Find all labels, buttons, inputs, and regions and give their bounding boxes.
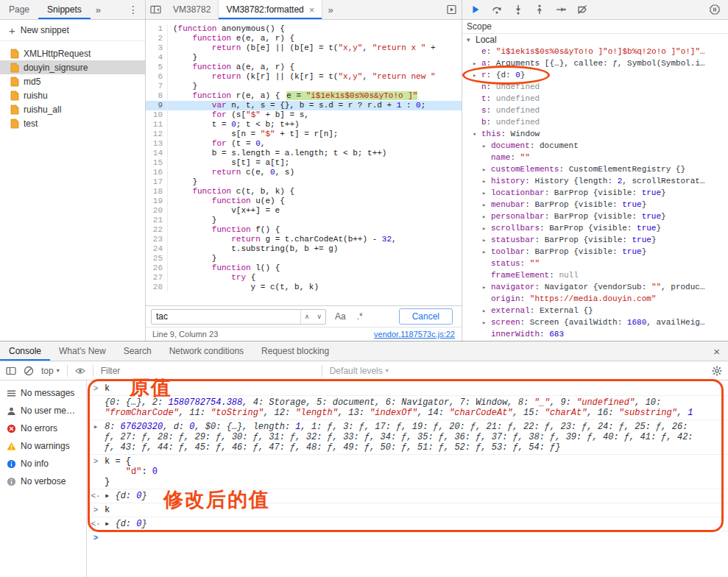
line-number[interactable]: 13 — [146, 139, 168, 149]
code-line-content[interactable]: function c(t, b, k) { — [168, 187, 294, 197]
tab-overflow-icon[interactable]: » — [91, 4, 106, 15]
code-line-content[interactable]: } — [168, 177, 197, 187]
scope-section-header[interactable]: Scope — [462, 20, 728, 34]
console-filter-messages[interactable]: No messages — [0, 384, 86, 402]
code-line[interactable]: 1(function anonymous() { — [146, 24, 462, 34]
step-out-button[interactable] — [534, 4, 545, 15]
code-line[interactable]: 16 return c(e, 0, s) — [146, 168, 462, 177]
line-number[interactable]: 20 — [146, 206, 168, 216]
scope-entry-this[interactable]: ▾this: Window — [462, 128, 728, 140]
regex-toggle[interactable]: .* — [355, 311, 365, 322]
code-line-content[interactable]: return (k[r] || (k[r] = t("x,y", "return… — [168, 72, 440, 82]
code-line-content[interactable]: b = s.length = a.length; t < b; t++) — [168, 149, 386, 158]
snippet-item-ruishu[interactable]: ruishu — [0, 88, 145, 102]
code-line-content[interactable]: for (s["$" + b] = s, — [168, 110, 309, 120]
step-over-button[interactable] — [492, 4, 502, 15]
console-filter-input[interactable] — [101, 366, 314, 376]
chevron-right-icon[interactable]: ▸ — [482, 319, 491, 327]
code-line[interactable]: 14 b = s.length = a.length; t < b; t++) — [146, 149, 462, 158]
code-line[interactable]: 17 } — [146, 177, 462, 187]
snippet-item-ruishu-all[interactable]: ruishu_all — [0, 102, 145, 116]
line-number[interactable]: 9 — [146, 101, 168, 110]
console-filter-errors[interactable]: No errors — [0, 420, 86, 437]
cancel-button[interactable]: Cancel — [399, 308, 453, 325]
line-number[interactable]: 6 — [146, 72, 168, 82]
pause-on-exceptions-button[interactable] — [710, 4, 720, 15]
more-options-icon[interactable]: ⋮ — [121, 4, 145, 15]
drawer-tab-request-blocking[interactable]: Request blocking — [252, 341, 338, 361]
line-number[interactable]: 23 — [146, 235, 168, 244]
drawer-tab-what-s-new[interactable]: What's New — [50, 341, 115, 361]
line-number[interactable]: 17 — [146, 177, 168, 187]
line-number[interactable]: 26 — [146, 263, 168, 273]
tab-page[interactable]: Page — [0, 0, 38, 19]
chevron-right-icon[interactable]: ▸ — [473, 60, 481, 68]
chevron-right-icon[interactable]: ▸ — [482, 236, 491, 244]
resume-button[interactable] — [470, 4, 481, 15]
chevron-right-icon[interactable]: ▸ — [482, 189, 491, 197]
line-number[interactable]: 5 — [146, 63, 168, 72]
code-line-content[interactable]: } — [168, 53, 197, 63]
chevron-down-icon[interactable]: ▾ — [473, 130, 481, 138]
code-line[interactable]: 26 function l() { — [146, 263, 462, 273]
new-snippet-button[interactable]: + New snippet — [0, 20, 145, 41]
scope-entry-a[interactable]: ▸a: Arguments [{…}, callee: ƒ, Symbol(Sy… — [462, 57, 728, 69]
line-number[interactable]: 7 — [146, 82, 168, 91]
scope-entry-scrollbars[interactable]: ▸scrollbars: BarProp {visible: true} — [462, 222, 728, 234]
scope-entry-menubar[interactable]: ▸menubar: BarProp {visible: true} — [462, 199, 728, 210]
code-line-content[interactable]: t.substring(b, b += g) — [168, 244, 338, 254]
code-line-content[interactable]: } — [168, 254, 216, 263]
chevron-right-icon[interactable]: ▸ — [482, 142, 491, 150]
code-line[interactable]: 21 } — [146, 216, 462, 225]
scope-entry-toolbar[interactable]: ▸toolbar: BarProp {visible: true} — [462, 246, 728, 258]
chevron-right-icon[interactable]: ▸ — [482, 166, 491, 174]
code-line[interactable]: 15 s[t] = a[t]; — [146, 158, 462, 168]
scope-entry-external[interactable]: ▸external: External {} — [462, 305, 728, 316]
code-line[interactable]: 23 return g = t.charCodeAt(b++) - 32, — [146, 235, 462, 244]
scope-entry-statusbar[interactable]: ▸statusbar: BarProp {visible: true} — [462, 234, 728, 246]
code-line-content[interactable]: try { — [168, 273, 255, 283]
console-filter-info[interactable]: No info — [0, 455, 86, 472]
code-line-content[interactable]: s[t] = a[t]; — [168, 158, 289, 168]
line-number[interactable]: 27 — [146, 273, 168, 283]
line-number[interactable]: 18 — [146, 187, 168, 197]
snippet-item-md5[interactable]: md5 — [0, 74, 145, 88]
chevron-right-icon[interactable]: ▸ — [482, 248, 491, 256]
step-button[interactable] — [556, 4, 566, 15]
console-prompt[interactable]: > — [87, 531, 728, 545]
code-line-content[interactable]: return g = t.charCodeAt(b++) - 32, — [168, 235, 397, 244]
code-line-content[interactable]: function r(e, a) {e = "i$1ek1s$0s%0s&yTo… — [168, 91, 417, 101]
scope-entry-personalbar[interactable]: ▸personalbar: BarProp {visible: true} — [462, 210, 728, 222]
line-number[interactable]: 16 — [146, 168, 168, 177]
line-number[interactable]: 4 — [146, 53, 168, 63]
code-line[interactable]: 13 for (t = 0, — [146, 139, 462, 149]
line-number[interactable]: 12 — [146, 130, 168, 139]
code-line-content[interactable]: } — [168, 216, 216, 225]
code-editor[interactable]: 1(function anonymous() {2 function e(e, … — [146, 20, 462, 305]
code-line[interactable]: 20 v[x++] = e — [146, 206, 462, 216]
code-line[interactable]: 2 function e(e, a, r) { — [146, 34, 462, 43]
code-line[interactable]: 10 for (s["$" + b] = s, — [146, 110, 462, 120]
code-line-content[interactable]: return c(e, 0, s) — [168, 168, 294, 177]
code-line[interactable]: 4 } — [146, 53, 462, 63]
code-line-content[interactable]: var n, t, s = {}, b = s.d = r ? r.d + 1 … — [168, 101, 425, 110]
line-number[interactable]: 2 — [146, 34, 168, 43]
scope-entry-locationbar[interactable]: ▸locationbar: BarProp {visible: true} — [462, 187, 728, 199]
snippet-item-test[interactable]: test — [0, 116, 145, 130]
search-previous-icon[interactable]: ∧ — [301, 313, 314, 320]
console-filter-verbose[interactable]: No verbose — [0, 472, 86, 490]
snippet-item-douyin-signsure[interactable]: douyin_signsure — [0, 60, 145, 74]
code-line-content[interactable]: return (b[e] || (b[e] = t("x,y", "return… — [168, 43, 440, 53]
code-line-content[interactable]: t = 0; t < b; t++) — [168, 120, 300, 130]
scope-entry-history[interactable]: ▸history: History {length: 2, scrollRest… — [462, 175, 728, 187]
code-line-content[interactable]: function f() { — [168, 225, 280, 235]
scope-entry-screen[interactable]: ▸screen: Screen {availWidth: 1680, avail… — [462, 316, 728, 328]
scope-entry-navigator[interactable]: ▸navigator: Navigator {vendorSub: "", pr… — [462, 281, 728, 293]
code-line[interactable]: 6 return (k[r] || (k[r] = t("x,y", "retu… — [146, 72, 462, 82]
code-line-content[interactable]: s[n = "$" + t] = r[n]; — [168, 130, 338, 139]
chevron-right-icon[interactable]: ▸ — [482, 224, 491, 233]
scope-local-section[interactable]: ▾ Local — [462, 34, 728, 46]
code-line[interactable]: 27 try { — [146, 273, 462, 283]
line-number[interactable]: 11 — [146, 120, 168, 130]
scope-entry-r[interactable]: ▸r: {d: 0} — [462, 69, 728, 81]
